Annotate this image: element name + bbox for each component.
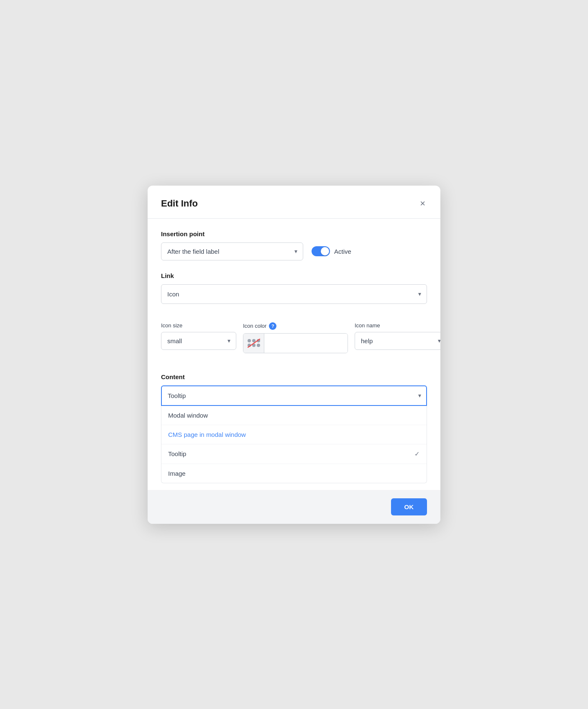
- icon-size-select[interactable]: small medium large: [161, 332, 236, 350]
- dropdown-item-cms[interactable]: CMS page in modal window: [161, 425, 427, 444]
- dropdown-item-image[interactable]: Image: [161, 464, 427, 483]
- icon-row: Icon size small medium large ▾ Icon colo…: [161, 322, 427, 353]
- icon-color-input[interactable]: [264, 334, 348, 353]
- icon-name-select[interactable]: help info warning question: [355, 332, 440, 350]
- close-button[interactable]: ×: [418, 197, 427, 210]
- dialog-body: Insertion point After the field label Be…: [148, 219, 440, 483]
- icon-size-wrapper: small medium large ▾: [161, 332, 236, 350]
- edit-info-dialog: Edit Info × Insertion point After the fi…: [148, 186, 440, 524]
- insertion-point-label: Insertion point: [161, 230, 427, 237]
- dropdown-item-tooltip[interactable]: Tooltip ✓: [161, 444, 427, 464]
- active-toggle[interactable]: [312, 246, 330, 256]
- link-label: Link: [161, 272, 427, 279]
- content-dropdown-list: Modal window CMS page in modal window To…: [161, 406, 427, 483]
- insertion-point-row: After the field label Before the field l…: [161, 242, 427, 260]
- icon-name-col: Icon name help info warning question ▾: [355, 322, 440, 353]
- insertion-point-select-wrapper: After the field label Before the field l…: [161, 242, 303, 260]
- icon-color-col: Icon color ?: [243, 322, 348, 353]
- content-section: Content Tooltip Modal window CMS page in…: [161, 373, 427, 483]
- toggle-thumb: [321, 247, 329, 255]
- icon-size-col: Icon size small medium large ▾: [161, 322, 236, 353]
- content-select-wrapper: Tooltip Modal window CMS page in modal w…: [161, 385, 427, 406]
- icon-name-label: Icon name: [355, 322, 440, 329]
- content-select[interactable]: Tooltip Modal window CMS page in modal w…: [161, 385, 427, 406]
- dropdown-item-modal[interactable]: Modal window: [161, 406, 427, 425]
- dialog-title: Edit Info: [161, 198, 198, 209]
- check-icon: ✓: [414, 450, 420, 458]
- icon-color-label: Icon color ?: [243, 322, 348, 330]
- color-swatch[interactable]: [243, 334, 264, 353]
- color-dot: [257, 344, 260, 347]
- icon-color-help-icon[interactable]: ?: [269, 322, 276, 330]
- content-label: Content: [161, 373, 427, 380]
- active-toggle-group: Active: [312, 246, 351, 256]
- icon-name-wrapper: help info warning question ▾: [355, 332, 440, 350]
- link-select-wrapper: Icon Text Button ▾: [161, 284, 427, 304]
- active-toggle-label: Active: [334, 248, 351, 255]
- icon-color-input-group: [243, 333, 348, 353]
- color-dot: [248, 339, 251, 342]
- ok-button[interactable]: OK: [391, 498, 427, 515]
- link-section: Link Icon Text Button ▾: [161, 272, 427, 304]
- insertion-point-select[interactable]: After the field label Before the field l…: [161, 242, 303, 260]
- dialog-footer: OK: [148, 490, 440, 524]
- icon-size-label: Icon size: [161, 322, 236, 329]
- dialog-header: Edit Info ×: [148, 186, 440, 219]
- link-select[interactable]: Icon Text Button: [161, 284, 427, 304]
